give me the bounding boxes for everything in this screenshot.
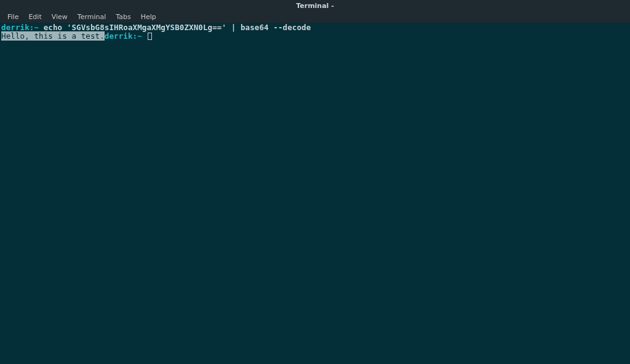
menu-edit[interactable]: Edit <box>23 12 46 22</box>
menu-terminal[interactable]: Terminal <box>73 12 111 22</box>
window-title: Terminal - <box>296 2 334 10</box>
menu-tabs[interactable]: Tabs <box>111 12 135 22</box>
prompt: derrik:~ <box>105 31 142 41</box>
cursor <box>148 33 152 40</box>
terminal-viewport[interactable]: derrik:~ echo 'SGVsbG8sIHRoaXMgaXMgYSB0Z… <box>0 23 630 41</box>
window-titlebar: Terminal - <box>0 0 630 11</box>
menubar: File Edit View Terminal Tabs Help <box>0 11 630 23</box>
terminal-line: Hello, this is a test.derrik:~ <box>1 32 629 41</box>
command-text <box>142 31 147 41</box>
menu-view[interactable]: View <box>47 12 73 22</box>
menu-file[interactable]: File <box>2 12 23 22</box>
terminal-line: derrik:~ echo 'SGVsbG8sIHRoaXMgaXMgYSB0Z… <box>1 23 629 32</box>
menu-help[interactable]: Help <box>136 12 161 22</box>
prompt: derrik:~ <box>1 23 39 32</box>
command-text: echo 'SGVsbG8sIHRoaXMgaXMgYSB0ZXN0Lg==' … <box>39 23 311 32</box>
command-output: Hello, this is a test. <box>1 31 105 41</box>
